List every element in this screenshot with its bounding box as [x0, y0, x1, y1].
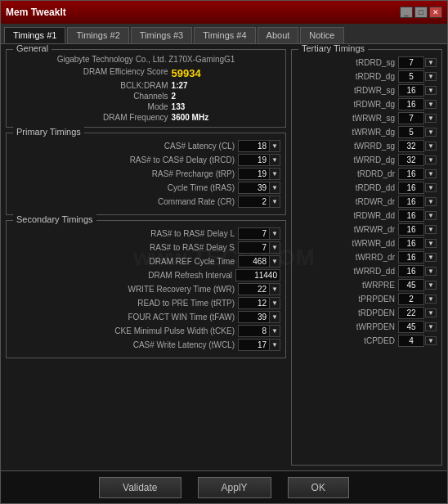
timing-input[interactable] [238, 196, 269, 208]
timing-row: CAS# Write Latency (tWCL) ▼ [11, 339, 280, 351]
timing-input[interactable] [398, 307, 424, 319]
timing-input[interactable] [398, 84, 424, 97]
dropdown-arrow[interactable]: ▼ [425, 253, 437, 262]
refresh-interval-input[interactable] [235, 269, 280, 281]
tab-notice[interactable]: Notice [300, 27, 343, 43]
timing-input[interactable] [398, 56, 424, 69]
apply-button[interactable]: ApplY [198, 477, 271, 498]
dropdown-arrow[interactable]: ▼ [425, 142, 437, 151]
dropdown-arrow[interactable]: ▼ [425, 155, 437, 164]
dropdown-arrow[interactable]: ▼ [269, 196, 280, 208]
dropdown-arrow[interactable]: ▼ [269, 227, 280, 240]
timing-input[interactable] [398, 154, 424, 166]
timing-row: tRDRD_dg ▼ [297, 70, 437, 83]
timing-control: ▼ [398, 321, 437, 333]
timing-input[interactable] [398, 321, 424, 333]
timing-input[interactable] [238, 311, 269, 323]
timing-input[interactable] [398, 196, 424, 208]
dropdown-arrow[interactable]: ▼ [425, 100, 437, 109]
dropdown-arrow[interactable]: ▼ [425, 58, 437, 67]
timing-input[interactable] [238, 154, 269, 166]
validate-button[interactable]: Validate [99, 477, 181, 498]
dropdown-arrow[interactable]: ▼ [425, 308, 437, 317]
dropdown-arrow[interactable]: ▼ [269, 311, 280, 323]
tab-timings2[interactable]: Timings #2 [67, 27, 128, 43]
timing-input[interactable] [238, 325, 269, 337]
timing-input[interactable] [398, 293, 424, 305]
timing-input[interactable] [238, 283, 269, 295]
close-button[interactable]: ✕ [429, 7, 442, 18]
dropdown-arrow[interactable]: ▼ [425, 281, 437, 290]
timing-input[interactable] [238, 255, 269, 268]
dropdown-arrow[interactable]: ▼ [425, 267, 437, 276]
timing-input[interactable] [238, 140, 269, 152]
dropdown-arrow[interactable]: ▼ [269, 168, 280, 180]
timing-input[interactable] [398, 279, 424, 291]
dropdown-arrow[interactable]: ▼ [425, 295, 437, 304]
timing-label: tCPDED [297, 336, 398, 345]
dropdown-arrow[interactable]: ▼ [425, 239, 437, 248]
dropdown-arrow[interactable]: ▼ [425, 322, 437, 331]
dropdown-arrow[interactable]: ▼ [425, 128, 437, 137]
timing-input[interactable] [398, 251, 424, 263]
bottom-bar: Validate ApplY OK [1, 470, 447, 503]
dropdown-arrow[interactable]: ▼ [425, 114, 437, 123]
timing-input[interactable] [398, 223, 424, 236]
timing-input[interactable] [238, 339, 269, 351]
timing-input[interactable] [398, 182, 424, 194]
dropdown-arrow[interactable]: ▼ [269, 325, 280, 337]
timing-input[interactable] [398, 265, 424, 277]
dropdown-arrow[interactable]: ▼ [425, 336, 437, 345]
dropdown-arrow[interactable]: ▼ [269, 297, 280, 309]
timing-input[interactable] [398, 335, 424, 347]
tab-timings3[interactable]: Timings #3 [131, 27, 192, 43]
timing-input[interactable] [238, 241, 269, 254]
timing-input[interactable] [238, 182, 269, 194]
timing-input[interactable] [398, 237, 424, 250]
maximize-button[interactable]: □ [414, 7, 428, 18]
dropdown-arrow[interactable]: ▼ [269, 283, 280, 295]
bclk-value: 1:27 [172, 81, 280, 90]
dropdown-arrow[interactable]: ▼ [269, 154, 280, 166]
timing-input[interactable] [398, 126, 424, 138]
dropdown-arrow[interactable]: ▼ [425, 197, 437, 206]
dropdown-arrow[interactable]: ▼ [425, 225, 437, 234]
timing-input[interactable] [398, 70, 424, 83]
dropdown-arrow[interactable]: ▼ [425, 183, 437, 192]
timing-row: RAS# to RAS# Delay L ▼ [11, 227, 280, 240]
timing-label: tWRRD_dr [297, 253, 398, 262]
timing-label: CAS# Latency (CL) [11, 142, 238, 151]
dropdown-arrow[interactable]: ▼ [269, 182, 280, 194]
timing-input[interactable] [398, 140, 424, 152]
dropdown-arrow[interactable]: ▼ [269, 140, 280, 152]
timing-input[interactable] [238, 227, 269, 240]
timing-row: CKE Minimul Pulse Width (tCKE) ▼ [11, 325, 280, 337]
timing-control: ▼ [398, 182, 437, 194]
dropdown-arrow[interactable]: ▼ [425, 72, 437, 81]
dropdown-arrow[interactable]: ▼ [425, 169, 437, 178]
window-title: Mem TweakIt [6, 7, 66, 18]
tab-timings1[interactable]: Timings #1 [4, 27, 65, 43]
dropdown-arrow[interactable]: ▼ [269, 241, 280, 254]
timing-input[interactable] [238, 168, 269, 180]
minimize-button[interactable]: _ [400, 7, 413, 18]
dropdown-arrow[interactable]: ▼ [425, 86, 437, 95]
timing-input[interactable] [398, 209, 424, 222]
timing-control: ▼ [398, 112, 437, 124]
motherboard-name: Gigabyte Technology Co., Ltd. Z170X-Gami… [11, 55, 280, 64]
tab-about[interactable]: About [258, 27, 299, 43]
timing-input[interactable] [398, 98, 424, 110]
dropdown-arrow[interactable]: ▼ [269, 255, 280, 268]
timing-input[interactable] [398, 168, 424, 180]
timing-label: tWRRD_sg [297, 142, 398, 151]
timing-control: ▼ [398, 223, 437, 236]
timing-input[interactable] [238, 297, 269, 309]
ok-button[interactable]: OK [288, 477, 349, 498]
dropdown-arrow[interactable]: ▼ [425, 211, 437, 220]
timing-label: DRAM REF Cycle Time [11, 257, 238, 266]
dropdown-arrow[interactable]: ▼ [269, 339, 280, 351]
tab-timings4[interactable]: Timings #4 [194, 27, 255, 43]
timing-row: tWRWR_dg ▼ [297, 126, 437, 138]
timing-input[interactable] [398, 112, 424, 124]
timing-row: tWRRD_sg ▼ [297, 140, 437, 152]
